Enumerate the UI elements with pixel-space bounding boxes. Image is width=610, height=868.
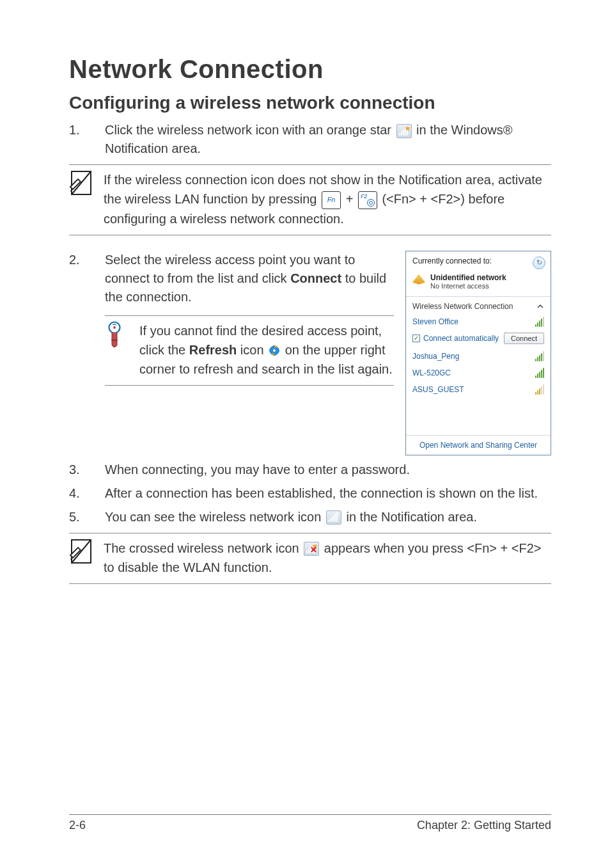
connect-auto-checkbox[interactable]: ✓ bbox=[412, 335, 420, 342]
popup-footer: Open Network and Sharing Center bbox=[406, 435, 551, 455]
wireless-icon-with-star bbox=[396, 124, 412, 138]
tip-text: If you cannot find the desired access po… bbox=[139, 321, 394, 379]
svg-marker-0 bbox=[405, 125, 411, 131]
text: You can see the wireless network icon bbox=[105, 510, 325, 524]
open-network-center-link[interactable]: Open Network and Sharing Center bbox=[419, 441, 537, 450]
f2-key-icon: F2 bbox=[358, 191, 377, 209]
access-point-row[interactable]: ASUS_GUEST bbox=[406, 381, 551, 398]
page-number: 2-6 bbox=[69, 819, 86, 832]
current-network-row: Unidentified network No Internet access bbox=[406, 273, 551, 295]
text: icon bbox=[237, 343, 267, 357]
wireless-section-header[interactable]: Wireless Network Connection bbox=[406, 298, 551, 313]
access-point-row[interactable]: WL-520GC bbox=[406, 365, 551, 381]
refresh-icon bbox=[269, 345, 280, 356]
step-text: You can see the wireless network icon in… bbox=[105, 508, 551, 526]
step-number: 1. bbox=[69, 121, 105, 158]
step-number: 3. bbox=[69, 461, 105, 479]
ap-name: Joshua_Peng bbox=[412, 352, 459, 361]
svg-point-3 bbox=[113, 326, 116, 329]
ap-name: WL-520GC bbox=[412, 368, 451, 377]
chevron-up-icon bbox=[536, 303, 544, 310]
step-text: When connecting, you may have to enter a… bbox=[105, 461, 551, 479]
text: in the Notification area. bbox=[346, 510, 477, 524]
note-box: The crossed wireless network icon ✕ appe… bbox=[69, 533, 551, 584]
step-2: 2. Select the wireless access point you … bbox=[69, 251, 394, 306]
text: Click the wireless network icon with an … bbox=[105, 123, 395, 137]
signal-secured-icon bbox=[535, 384, 544, 395]
step-number: 5. bbox=[69, 508, 105, 526]
page-footer: 2-6 Chapter 2: Getting Started bbox=[69, 814, 551, 832]
access-point-row[interactable]: Joshua_Peng bbox=[406, 348, 551, 365]
text: + bbox=[346, 192, 357, 206]
ap-name: ASUS_GUEST bbox=[412, 385, 464, 394]
fn-key-icon: Fn bbox=[322, 191, 341, 209]
step-5: 5. You can see the wireless network icon… bbox=[69, 508, 551, 526]
tip-icon bbox=[105, 321, 132, 357]
signal-icon bbox=[535, 351, 544, 361]
popup-header: Currently connected to: bbox=[412, 256, 492, 265]
step-text: After a connection has been established,… bbox=[105, 484, 551, 503]
network-icon bbox=[412, 274, 425, 285]
step-1: 1. Click the wireless network icon with … bbox=[69, 121, 551, 158]
refresh-button[interactable]: ↻ bbox=[533, 256, 545, 269]
chapter-label: Chapter 2: Getting Started bbox=[417, 819, 551, 832]
checkbox-label: Connect automatically bbox=[423, 334, 499, 343]
text-bold: Connect bbox=[290, 271, 341, 285]
step-3: 3. When connecting, you may have to ente… bbox=[69, 461, 551, 479]
step-text: Select the wireless access point you wan… bbox=[105, 251, 394, 306]
network-name: Unidentified network bbox=[430, 273, 506, 282]
signal-icon bbox=[535, 317, 544, 327]
step-text: Click the wireless network icon with an … bbox=[105, 121, 551, 158]
connect-button[interactable]: Connect bbox=[504, 333, 544, 344]
wifi-popup: Currently connected to: ↻ Unidentified n… bbox=[405, 251, 551, 455]
ap-name: Steven Office bbox=[412, 317, 458, 326]
wireless-disabled-icon: ✕ bbox=[304, 542, 319, 556]
text: Wireless Network Connection bbox=[412, 302, 513, 311]
note-text: The crossed wireless network icon ✕ appe… bbox=[104, 539, 551, 577]
step-4: 4. After a connection has been establish… bbox=[69, 484, 551, 503]
signal-icon bbox=[535, 368, 544, 378]
tip-box: If you cannot find the desired access po… bbox=[105, 315, 394, 386]
network-status: No Internet access bbox=[430, 282, 506, 290]
note-icon bbox=[69, 539, 96, 571]
access-point-row[interactable]: Steven Office bbox=[406, 313, 551, 330]
text-bold: Refresh bbox=[189, 343, 237, 357]
note-box: If the wireless connection icon does not… bbox=[69, 164, 551, 235]
step-number: 2. bbox=[69, 251, 105, 306]
wireless-icon bbox=[326, 510, 341, 525]
connect-controls-row: ✓ Connect automatically Connect bbox=[406, 330, 551, 348]
page-title: Network Connection bbox=[69, 55, 551, 84]
text: The crossed wireless network icon bbox=[104, 541, 302, 555]
note-icon bbox=[69, 170, 96, 202]
section-heading: Configuring a wireless network connectio… bbox=[69, 93, 551, 113]
note-text: If the wireless connection icon does not… bbox=[104, 170, 551, 228]
step-number: 4. bbox=[69, 484, 105, 503]
